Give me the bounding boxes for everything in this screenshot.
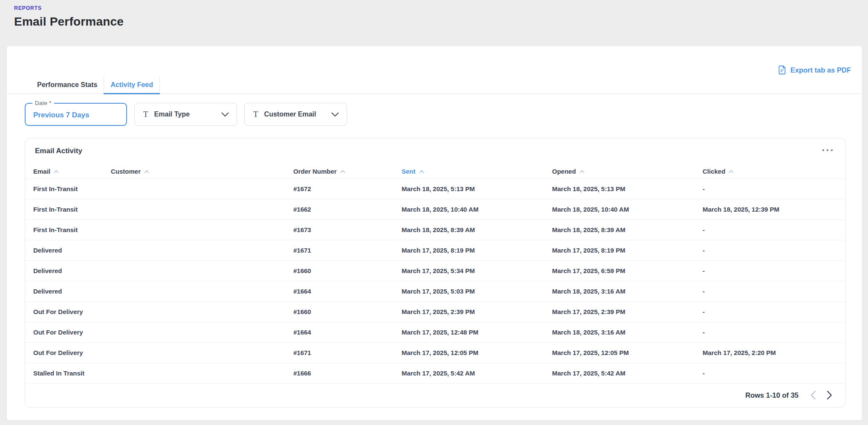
previous-page-button[interactable] xyxy=(807,389,819,401)
customer-email-filter-label: Customer Email xyxy=(264,111,331,118)
email-activity-card: Email Activity Email Customer Order Numb… xyxy=(25,138,846,408)
table-row[interactable]: First In-Transit #1673 March 18, 2025, 8… xyxy=(25,220,845,240)
column-header-order-number[interactable]: Order Number xyxy=(293,168,402,175)
column-header-email[interactable]: Email xyxy=(33,168,111,175)
cell-email: Delivered xyxy=(33,247,111,254)
email-activity-header: Email Activity xyxy=(25,138,845,164)
filters-row: Date * Previous 7 Days T Email Type T Cu… xyxy=(25,103,862,126)
cell-customer xyxy=(111,226,293,233)
date-filter[interactable]: Date * Previous 7 Days xyxy=(25,103,127,126)
cell-sent: March 18, 2025, 10:40 AM xyxy=(402,206,552,213)
cell-opened: March 17, 2025, 8:19 PM xyxy=(552,247,703,254)
cell-opened: March 18, 2025, 8:39 AM xyxy=(552,226,703,233)
table-row[interactable]: Stalled In Transit #1666 March 17, 2025,… xyxy=(25,363,845,384)
tab-label: Performance Stats xyxy=(37,81,97,88)
export-bar: Export tab as PDF xyxy=(7,46,862,77)
cell-opened: March 18, 2025, 10:40 AM xyxy=(552,206,703,213)
cell-order-number: #1666 xyxy=(293,370,402,377)
tab-performance-stats[interactable]: Performance Stats xyxy=(31,77,104,93)
tab-activity-feed[interactable]: Activity Feed xyxy=(104,77,160,93)
cell-customer xyxy=(111,205,293,213)
cell-customer xyxy=(111,349,293,356)
table-body: First In-Transit #1672 March 18, 2025, 5… xyxy=(25,179,845,384)
table-header-row: Email Customer Order Number Sent Opened … xyxy=(25,164,845,179)
cell-sent: March 17, 2025, 5:03 PM xyxy=(402,288,552,295)
cell-opened: March 17, 2025, 5:42 AM xyxy=(552,370,703,377)
cell-email: Delivered xyxy=(33,267,111,274)
next-page-button[interactable] xyxy=(823,389,835,401)
text-filter-icon: T xyxy=(143,110,148,119)
cell-clicked: March 17, 2025, 2:20 PM xyxy=(703,349,845,356)
sort-caret-icon xyxy=(729,170,734,173)
cell-clicked: March 18, 2025, 12:39 PM xyxy=(703,206,845,213)
date-filter-label: Date * xyxy=(32,100,54,106)
cell-clicked: - xyxy=(703,288,845,295)
table-row[interactable]: Out For Delivery #1660 March 17, 2025, 2… xyxy=(25,302,845,322)
table-row[interactable]: Delivered #1671 March 17, 2025, 8:19 PM … xyxy=(25,240,845,261)
sort-caret-icon xyxy=(340,170,345,173)
table-row[interactable]: Out For Delivery #1671 March 17, 2025, 1… xyxy=(25,343,845,363)
cell-email: First In-Transit xyxy=(33,206,111,213)
cell-email: Out For Delivery xyxy=(33,349,111,356)
sort-caret-icon xyxy=(54,170,59,173)
cell-order-number: #1664 xyxy=(293,288,402,295)
column-header-clicked[interactable]: Clicked xyxy=(703,168,845,175)
tab-label: Activity Feed xyxy=(110,81,153,88)
tabs: Performance StatsActivity Feed xyxy=(7,77,862,94)
cell-clicked: - xyxy=(703,247,845,254)
cell-order-number: #1660 xyxy=(293,308,402,315)
cell-email: Out For Delivery xyxy=(33,329,111,336)
cell-clicked: - xyxy=(703,370,845,377)
table-title: Email Activity xyxy=(35,147,82,155)
export-tab-as-pdf-button[interactable]: Export tab as PDF xyxy=(778,63,851,77)
cell-sent: March 18, 2025, 8:39 AM xyxy=(402,226,552,233)
column-header-customer[interactable]: Customer xyxy=(111,168,293,175)
table-row[interactable]: Delivered #1660 March 17, 2025, 5:34 PM … xyxy=(25,261,845,281)
table-row[interactable]: First In-Transit #1662 March 18, 2025, 1… xyxy=(25,199,845,220)
table-row[interactable]: First In-Transit #1672 March 18, 2025, 5… xyxy=(25,179,845,199)
cell-order-number: #1671 xyxy=(293,349,402,356)
email-type-filter[interactable]: T Email Type xyxy=(134,103,237,126)
cell-order-number: #1671 xyxy=(293,247,402,254)
cell-sent: March 17, 2025, 12:05 PM xyxy=(402,349,552,356)
pagination: Rows 1-10 of 35 xyxy=(25,384,845,407)
cell-email: Out For Delivery xyxy=(33,308,111,315)
cell-opened: March 18, 2025, 3:16 AM xyxy=(552,329,703,336)
cell-sent: March 18, 2025, 5:13 PM xyxy=(402,185,552,192)
cell-customer xyxy=(111,267,293,274)
cell-customer xyxy=(111,246,293,254)
cell-order-number: #1662 xyxy=(293,206,402,213)
date-filter-value: Previous 7 Days xyxy=(33,111,89,119)
cell-email: Stalled In Transit xyxy=(33,370,111,377)
column-header-sent[interactable]: Sent xyxy=(402,168,552,175)
cell-sent: March 17, 2025, 8:19 PM xyxy=(402,247,552,254)
cell-order-number: #1660 xyxy=(293,267,402,274)
cell-customer xyxy=(111,287,293,295)
sort-caret-icon xyxy=(579,170,584,173)
column-label: Opened xyxy=(552,168,576,175)
sort-caret-icon xyxy=(144,170,149,173)
pdf-document-icon xyxy=(778,65,787,75)
column-header-opened[interactable]: Opened xyxy=(552,168,703,175)
column-label: Customer xyxy=(111,168,141,175)
cell-order-number: #1672 xyxy=(293,185,402,192)
report-card: Export tab as PDF Performance StatsActiv… xyxy=(7,46,862,420)
page-title: Email Performance xyxy=(14,15,868,29)
cell-customer xyxy=(111,328,293,336)
ellipsis-menu-button[interactable] xyxy=(821,147,834,154)
chevron-down-icon xyxy=(331,112,339,117)
cell-clicked: - xyxy=(703,329,845,336)
cell-opened: March 17, 2025, 2:39 PM xyxy=(552,308,703,315)
cell-customer xyxy=(111,185,293,192)
column-label: Sent xyxy=(402,168,416,175)
table-row[interactable]: Delivered #1664 March 17, 2025, 5:03 PM … xyxy=(25,281,845,302)
cell-sent: March 17, 2025, 2:39 PM xyxy=(402,308,552,315)
breadcrumb[interactable]: REPORTS xyxy=(14,5,868,11)
cell-clicked: - xyxy=(703,308,845,315)
cell-sent: March 17, 2025, 5:34 PM xyxy=(402,267,552,274)
customer-email-filter[interactable]: T Customer Email xyxy=(244,103,347,126)
column-label: Order Number xyxy=(293,168,337,175)
table-row[interactable]: Out For Delivery #1664 March 17, 2025, 1… xyxy=(25,322,845,343)
cell-opened: March 17, 2025, 12:05 PM xyxy=(552,349,703,356)
cell-order-number: #1673 xyxy=(293,226,402,233)
